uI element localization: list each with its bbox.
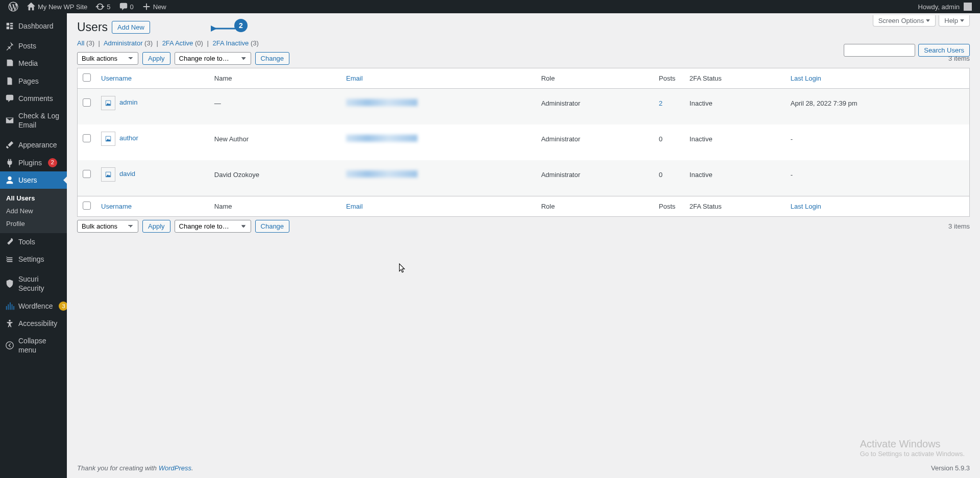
posts-cell: 0 [654,124,684,160]
sidebar-item-label: Wordfence [18,301,53,311]
admin-bar: My New WP Site 5 0 New Howdy, admin [0,0,980,13]
bulk-actions-select[interactable]: Bulk actions [77,52,138,65]
role-cell: Administrator [536,124,654,160]
username-link[interactable]: david [119,170,135,178]
col-posts: Posts [654,196,684,216]
sidebar-item-users[interactable]: Users [0,171,67,189]
row-checkbox[interactable] [83,98,91,107]
change-role-select-bottom[interactable]: Change role to… [175,220,251,233]
sidebar-item-tools[interactable]: Tools [0,233,67,250]
tools-icon [5,237,14,246]
change-role-select[interactable]: Change role to… [175,52,251,65]
wordfence-icon [5,301,14,311]
sidebar-item-label: Dashboard [18,21,54,31]
role-cell: Administrator [536,160,654,196]
user-icon [5,175,14,185]
email-blurred [346,170,418,178]
new-content-link[interactable]: New [138,0,170,13]
fa-status-cell: Inactive [684,124,786,160]
updates-count: 5 [107,3,110,11]
sidebar-item-plugins[interactable]: Plugins2 [0,154,67,171]
filter-administrator[interactable]: Administrator [104,39,143,47]
filter-all[interactable]: All [77,39,84,47]
sidebar-item-label: Settings [18,255,44,264]
page-heading: Users Add New 2 [77,20,970,34]
site-name-link[interactable]: My New WP Site [22,0,91,13]
submenu-add-new[interactable]: Add New [0,205,67,217]
filter-2fa-inactive[interactable]: 2FA Inactive [212,39,249,47]
annotation-arrow [211,23,236,34]
howdy-account[interactable]: Howdy, admin [914,0,976,13]
sidebar-item-wordfence[interactable]: Wordfence3 [0,297,67,315]
row-checkbox[interactable] [83,170,91,178]
sidebar-item-comments[interactable]: Comments [0,90,67,107]
admin-sidebar: Dashboard Posts Media Pages Comments Che… [0,13,67,478]
col-username[interactable]: Username [96,68,209,89]
sidebar-item-label: Comments [18,94,53,103]
col-username[interactable]: Username [96,196,209,216]
col-last-login[interactable]: Last Login [786,196,969,216]
page-title: Users [77,20,108,34]
table-row: david David Ozokoye Administrator 0 Inac… [78,160,969,196]
comments-link[interactable]: 0 [115,0,138,13]
sidebar-item-check-log-email[interactable]: Check & Log Email [0,107,67,134]
row-checkbox[interactable] [83,134,91,142]
sidebar-item-sucuri[interactable]: Sucuri Security [0,270,67,297]
apply-button[interactable]: Apply [142,52,170,65]
col-name: Name [209,196,341,216]
activate-windows-watermark: Activate Windows Go to Settings to activ… [860,438,965,458]
sidebar-item-label: Sucuri Security [18,274,63,293]
sidebar-item-label: Plugins [18,158,42,167]
change-button-bottom[interactable]: Change [255,220,290,233]
search-users-button[interactable]: Search Users [918,44,970,57]
avatar-placeholder [101,96,115,110]
bulk-actions-select-bottom[interactable]: Bulk actions [77,220,138,233]
submenu-profile[interactable]: Profile [0,217,67,230]
sidebar-item-posts[interactable]: Posts [0,37,67,55]
posts-link[interactable]: 2 [659,99,663,107]
tablenav-top: Bulk actions Apply Change role to… Chang… [77,52,970,65]
username-link[interactable]: admin [119,98,137,106]
sidebar-item-settings[interactable]: Settings [0,250,67,268]
search-input[interactable] [844,44,915,57]
page-icon [5,77,14,86]
name-cell: New Author [209,124,341,160]
add-new-button[interactable]: Add New [112,21,150,34]
sidebar-item-collapse[interactable]: Collapse menu [0,332,67,359]
sidebar-item-dashboard[interactable]: Dashboard [0,17,67,35]
col-email[interactable]: Email [341,196,536,216]
updates-link[interactable]: 5 [91,0,114,13]
comment-icon [5,94,14,103]
col-last-login[interactable]: Last Login [786,68,969,89]
apply-button-bottom[interactable]: Apply [142,220,170,233]
fa-status-cell: Inactive [684,160,786,196]
sidebar-item-pages[interactable]: Pages [0,72,67,90]
shield-icon [5,279,14,288]
sidebar-item-label: Posts [18,41,36,51]
select-all-checkbox-bottom[interactable] [83,202,91,210]
wp-logo[interactable] [4,0,22,13]
howdy-text: Howdy, admin [918,3,960,11]
sidebar-item-media[interactable]: Media [0,55,67,72]
users-table: Username Name Email Role Posts 2FA Statu… [77,68,970,217]
col-2fa: 2FA Status [684,68,786,89]
fa-status-cell: Inactive [684,89,786,124]
username-link[interactable]: author [119,134,138,142]
users-submenu: All Users Add New Profile [0,189,67,233]
avatar-placeholder [101,132,115,146]
col-role: Role [536,68,654,89]
change-button[interactable]: Change [255,52,290,65]
comments-count: 0 [130,3,134,11]
filter-2fa-active[interactable]: 2FA Active [162,39,193,47]
sidebar-item-accessibility[interactable]: Accessibility [0,315,67,332]
sidebar-item-appearance[interactable]: Appearance [0,136,67,154]
last-login-cell: - [786,160,969,196]
select-all-checkbox[interactable] [83,73,91,82]
wordpress-link[interactable]: WordPress [159,464,191,472]
posts-cell: 2 [654,89,684,124]
email-icon [5,116,14,125]
svg-point-1 [6,342,13,349]
site-name: My New WP Site [38,3,87,11]
col-email[interactable]: Email [341,68,536,89]
submenu-all-users[interactable]: All Users [0,192,67,205]
